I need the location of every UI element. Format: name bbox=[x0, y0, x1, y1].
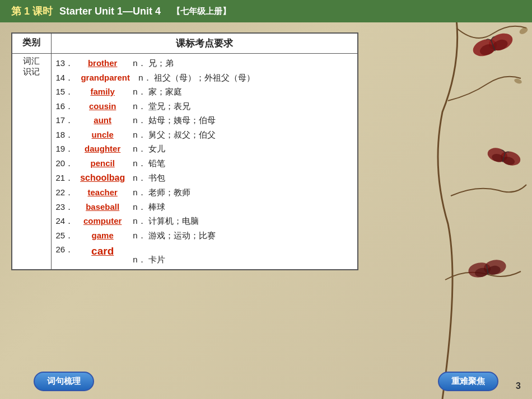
list-item: 24． computer n． 计算机；电脑 bbox=[56, 214, 353, 228]
word-aunt: aunt bbox=[74, 113, 130, 128]
table-row-vocab: 词汇 识记 13． brother n． 兄；弟 14． grandparent… bbox=[12, 54, 358, 270]
btn-vocab-review[interactable]: 词句梳理 bbox=[34, 372, 94, 391]
word-family: family bbox=[74, 85, 130, 99]
vocab-table: 类别 课标考点要求 词汇 识记 13． brother n． 兄；弟 1 bbox=[11, 32, 358, 270]
footer: 词句梳理 重难聚焦 bbox=[0, 372, 532, 391]
grade-label: 【七年级上册】 bbox=[172, 6, 231, 17]
list-item: 17． aunt n． 姑母；姨母；伯母 bbox=[56, 113, 353, 128]
main-content: 类别 课标考点要求 词汇 识记 13． brother n． 兄；弟 1 bbox=[0, 22, 532, 276]
page-number: 3 bbox=[516, 381, 521, 391]
lesson-label: 第 1 课时 bbox=[11, 4, 53, 18]
word-brother: brother bbox=[74, 56, 130, 71]
title-label: Starter Unit 1—Unit 4 bbox=[59, 6, 161, 17]
word-pencil: pencil bbox=[74, 156, 130, 171]
word-baseball: baseball bbox=[74, 200, 130, 214]
word-daughter: daughter bbox=[74, 142, 130, 156]
list-item: 22． teacher n． 老师；教师 bbox=[56, 185, 353, 200]
list-item: 13． brother n． 兄；弟 bbox=[56, 56, 353, 71]
word-uncle: uncle bbox=[74, 128, 130, 142]
list-item: 23． baseball n． 棒球 bbox=[56, 200, 353, 214]
header: 第 1 课时 Starter Unit 1—Unit 4 【七年级上册】 bbox=[0, 0, 532, 22]
list-item: 21． schoolbag n． 书包 bbox=[56, 170, 353, 185]
list-item: 20． pencil n． 铅笔 bbox=[56, 156, 353, 171]
word-computer: computer bbox=[74, 214, 130, 228]
list-item: 14． grandparent n． 祖父（母）；外祖父（母） bbox=[56, 71, 353, 85]
list-item: 19． daughter n． 女儿 bbox=[56, 142, 353, 156]
btn-key-focus[interactable]: 重难聚焦 bbox=[438, 372, 498, 391]
word-game: game bbox=[74, 228, 130, 243]
list-item: 15． family n． 家；家庭 bbox=[56, 85, 353, 99]
word-teacher: teacher bbox=[74, 185, 130, 200]
list-item: 25． game n． 游戏；运动；比赛 bbox=[56, 228, 353, 243]
word-schoolbag: schoolbag bbox=[74, 170, 130, 185]
word-grandparent: grandparent bbox=[74, 71, 136, 85]
list-item: 16． cousin n． 堂兄；表兄 bbox=[56, 99, 353, 114]
table-header-col2: 课标考点要求 bbox=[51, 33, 358, 54]
list-item: 26． card n． 卡片 bbox=[56, 242, 353, 267]
word-card-2: card bbox=[74, 242, 130, 260]
table-header-col1: 类别 bbox=[12, 33, 51, 54]
vocab-content-cell: 13． brother n． 兄；弟 14． grandparent n． 祖父… bbox=[51, 54, 358, 270]
word-cousin: cousin bbox=[74, 99, 130, 114]
list-item: 18． uncle n． 舅父；叔父；伯父 bbox=[56, 128, 353, 142]
category-cell: 词汇 识记 bbox=[12, 54, 51, 270]
